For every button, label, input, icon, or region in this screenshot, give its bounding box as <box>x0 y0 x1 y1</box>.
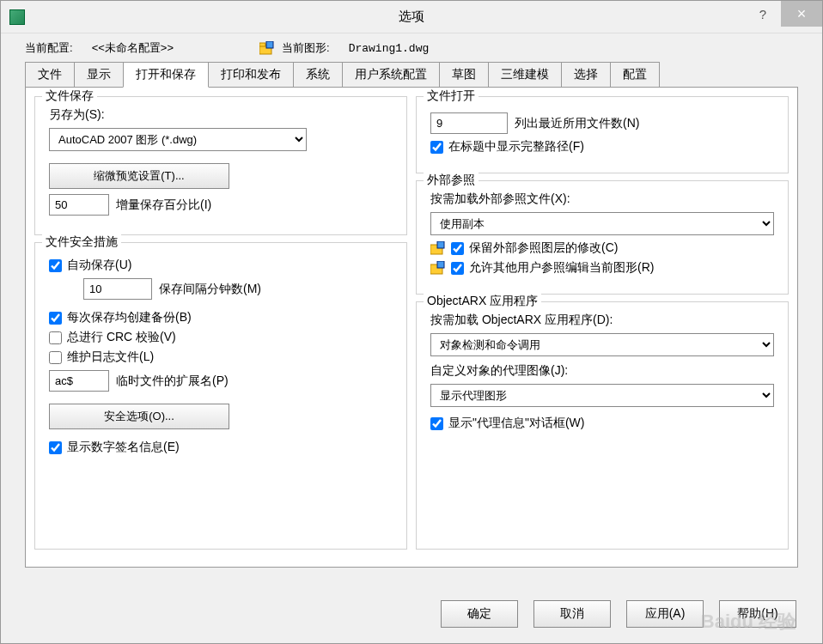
thumbnail-settings-button[interactable]: 缩微预览设置(T)... <box>49 163 229 189</box>
watermark: Baidu 经验 <box>701 609 796 635</box>
save-as-select[interactable]: AutoCAD 2007 图形 (*.dwg) <box>49 128 307 151</box>
tab-4[interactable]: 系统 <box>293 62 343 88</box>
signature-checkbox[interactable] <box>49 441 62 454</box>
xref-load-label: 按需加载外部参照文件(X): <box>430 191 774 207</box>
svg-rect-6 <box>437 261 444 268</box>
app-icon <box>9 9 25 25</box>
crc-checkbox[interactable] <box>49 331 62 344</box>
tab-3[interactable]: 打印和发布 <box>208 62 294 88</box>
ok-button[interactable]: 确定 <box>441 600 518 628</box>
crc-label: 总进行 CRC 校验(V) <box>67 330 176 345</box>
tab-6[interactable]: 草图 <box>439 62 489 88</box>
window-title: 选项 <box>399 9 424 25</box>
titlebar-buttons: ? × <box>745 1 822 27</box>
full-path-checkbox[interactable] <box>430 141 443 154</box>
cancel-button[interactable]: 取消 <box>533 600 611 628</box>
logfile-label: 维护日志文件(L) <box>67 349 154 365</box>
right-column: 文件打开 列出最近所用文件数(N) 在标题中显示完整路径(F) 外部参照 按需加… <box>416 96 789 550</box>
current-config-label: 当前配置: <box>25 40 73 56</box>
allow-edit-checkbox[interactable] <box>451 262 464 275</box>
security-options-button[interactable]: 安全选项(O)... <box>49 404 229 429</box>
show-proxy-checkbox[interactable] <box>430 417 443 430</box>
current-drawing-label: 当前图形: <box>282 40 330 56</box>
left-column: 文件保存 另存为(S): AutoCAD 2007 图形 (*.dwg) 缩微预… <box>34 96 407 550</box>
incremental-save-input[interactable] <box>49 194 109 216</box>
drawing-icon <box>430 241 446 255</box>
save-interval-label: 保存间隔分钟数(M) <box>159 282 261 297</box>
signature-label: 显示数字签名信息(E) <box>67 440 180 455</box>
auto-save-label: 自动保存(U) <box>67 258 131 273</box>
help-button[interactable]: ? <box>745 1 781 27</box>
group-title: 文件安全措施 <box>42 234 121 250</box>
options-dialog: 选项 ? × 当前配置: <<未命名配置>> 当前图形: Drawing1.dw… <box>0 0 823 644</box>
full-path-label: 在标题中显示完整路径(F) <box>448 139 584 155</box>
show-proxy-label: 显示"代理信息"对话框(W) <box>448 416 584 431</box>
create-backup-label: 每次保存均创建备份(B) <box>67 310 192 325</box>
recent-files-label: 列出最近所用文件数(N) <box>515 116 639 131</box>
drawing-icon <box>259 41 275 55</box>
proxy-image-select[interactable]: 显示代理图形 <box>430 384 774 407</box>
retain-xref-checkbox[interactable] <box>451 242 464 255</box>
current-config-value: <<未命名配置>> <box>92 40 174 56</box>
save-interval-input[interactable] <box>83 278 152 300</box>
svg-rect-2 <box>266 41 273 48</box>
close-button[interactable]: × <box>781 1 822 27</box>
tab-1[interactable]: 显示 <box>74 62 124 88</box>
tab-strip: 文件显示打开和保存打印和发布系统用户系统配置草图三维建模选择配置 <box>1 61 822 87</box>
group-objectarx: ObjectARX 应用程序 按需加载 ObjectARX 应用程序(D): 对… <box>416 301 789 550</box>
arx-load-select[interactable]: 对象检测和命令调用 <box>430 333 774 356</box>
xref-load-select[interactable]: 使用副本 <box>430 212 774 235</box>
create-backup-checkbox[interactable] <box>49 312 62 325</box>
svg-rect-1 <box>259 43 265 46</box>
group-title: 外部参照 <box>424 173 479 188</box>
tab-9[interactable]: 配置 <box>610 62 660 88</box>
group-title: ObjectARX 应用程序 <box>424 294 541 309</box>
group-title: 文件打开 <box>424 88 479 104</box>
tab-0[interactable]: 文件 <box>25 62 75 88</box>
temp-ext-label: 临时文件的扩展名(P) <box>116 374 229 389</box>
apply-button[interactable]: 应用(A) <box>626 600 704 628</box>
allow-edit-label: 允许其他用户参照编辑当前图形(R) <box>469 260 654 276</box>
drawing-icon <box>430 261 446 275</box>
group-xref: 外部参照 按需加载外部参照文件(X): 使用副本 保留外部参照图层的修改(C) … <box>416 180 789 295</box>
retain-xref-label: 保留外部参照图层的修改(C) <box>469 240 618 256</box>
group-title: 文件保存 <box>42 88 97 104</box>
tab-8[interactable]: 选择 <box>561 62 611 88</box>
svg-rect-4 <box>437 241 444 248</box>
group-file-open: 文件打开 列出最近所用文件数(N) 在标题中显示完整路径(F) <box>416 96 789 173</box>
tab-2[interactable]: 打开和保存 <box>123 62 209 88</box>
save-as-label: 另存为(S): <box>49 107 393 123</box>
proxy-image-label: 自定义对象的代理图像(J): <box>430 363 774 379</box>
group-file-safety: 文件安全措施 自动保存(U) 保存间隔分钟数(M) 每次保存均创建备份(B) 总… <box>34 242 407 550</box>
recent-files-input[interactable] <box>430 112 508 134</box>
current-drawing-value: Drawing1.dwg <box>349 42 430 55</box>
header-row: 当前配置: <<未命名配置>> 当前图形: Drawing1.dwg <box>1 33 822 61</box>
incremental-save-label: 增量保存百分比(I) <box>116 197 211 213</box>
logfile-checkbox[interactable] <box>49 351 62 364</box>
titlebar: 选项 ? × <box>1 1 822 33</box>
auto-save-checkbox[interactable] <box>49 259 62 272</box>
arx-load-label: 按需加载 ObjectARX 应用程序(D): <box>430 313 774 328</box>
tab-5[interactable]: 用户系统配置 <box>342 62 440 88</box>
tab-content: 文件保存 另存为(S): AutoCAD 2007 图形 (*.dwg) 缩微预… <box>25 87 798 568</box>
temp-ext-input[interactable] <box>49 370 109 392</box>
tab-7[interactable]: 三维建模 <box>488 62 562 88</box>
group-file-save: 文件保存 另存为(S): AutoCAD 2007 图形 (*.dwg) 缩微预… <box>34 96 407 235</box>
